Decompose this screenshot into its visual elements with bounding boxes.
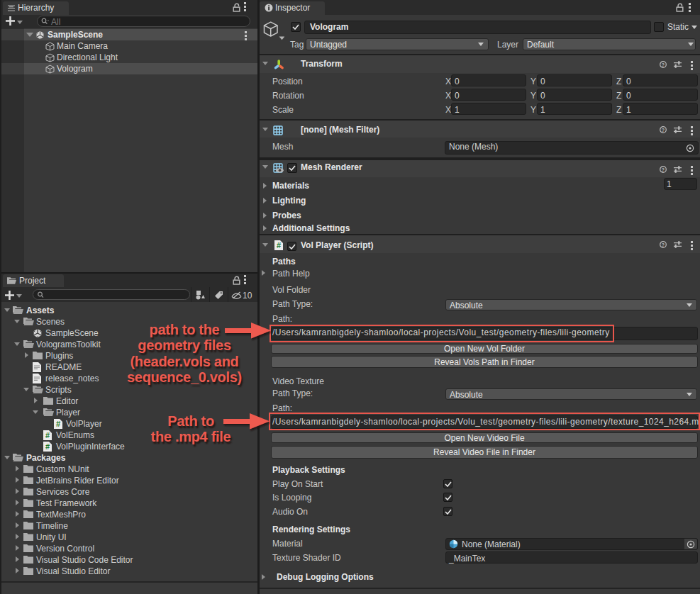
svg-text:#: # (56, 420, 60, 428)
svg-text:#: # (45, 431, 50, 439)
svg-text:?: ? (662, 62, 665, 67)
svg-text:?: ? (662, 167, 665, 172)
svg-text:#: # (277, 241, 281, 250)
svg-text:#: # (45, 442, 50, 451)
svg-text:?: ? (662, 242, 665, 247)
svg-text:?: ? (662, 128, 665, 133)
